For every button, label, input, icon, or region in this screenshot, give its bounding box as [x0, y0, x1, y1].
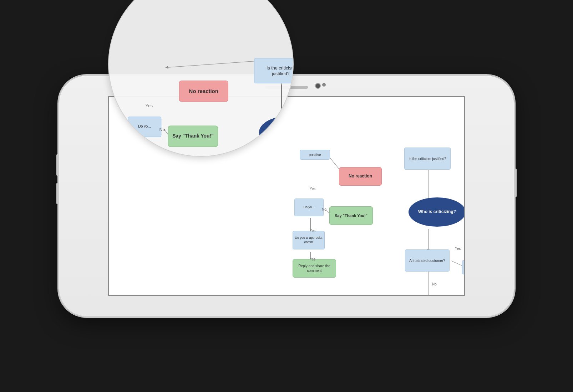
node-criticism-justified: Is the criticism justified?	[404, 148, 451, 170]
label-no-2: No	[432, 282, 437, 286]
magnifier-overlay: Is the criticismjustified? No reaction W…	[108, 0, 294, 157]
magnifier-content: Is the criticismjustified? No reaction W…	[108, 0, 294, 157]
magnified-criticism-justified: Is the criticismjustified?	[254, 58, 294, 83]
node-frustrated-customer: A frustrated customer?	[405, 249, 450, 272]
magnified-do-you: Do yo...	[128, 117, 161, 137]
node-say-thankyou: Say "Thank You!"	[329, 206, 373, 225]
label-yes-1: Yes	[310, 187, 315, 191]
node-appreciate: Do you w appreciat comm	[293, 231, 325, 249]
node-facts-true: Are the facts true?	[462, 260, 465, 274]
node-positive: positive	[300, 150, 330, 160]
phone-mockup: positive No reaction Do yo... Say "Thank…	[37, 36, 536, 356]
volume-down-button	[56, 183, 59, 204]
phone-camera-dot	[322, 83, 326, 87]
label-yes-2: Yes	[310, 229, 315, 233]
label-no-1: No	[322, 207, 326, 211]
label-yes-3: Yes	[310, 257, 315, 261]
node-do-you: Do yo...	[294, 198, 324, 216]
magnified-label-yes2: Yes	[145, 151, 153, 156]
node-reply-share: Reply and share the comment	[293, 259, 336, 278]
volume-up-button	[56, 154, 59, 176]
magnified-no-reaction: No reaction	[179, 81, 228, 102]
node-who-criticizing: Who is criticizing?	[409, 197, 465, 227]
magnified-label-no: No	[159, 127, 165, 132]
magnified-say-thankyou: Say "Thank You!"	[168, 126, 218, 147]
label-yes-4: Yes	[455, 247, 461, 251]
phone-camera	[315, 83, 321, 89]
node-no-reaction: No reaction	[339, 167, 382, 186]
magnified-label-yes: Yes	[145, 103, 153, 108]
power-button	[514, 169, 517, 197]
